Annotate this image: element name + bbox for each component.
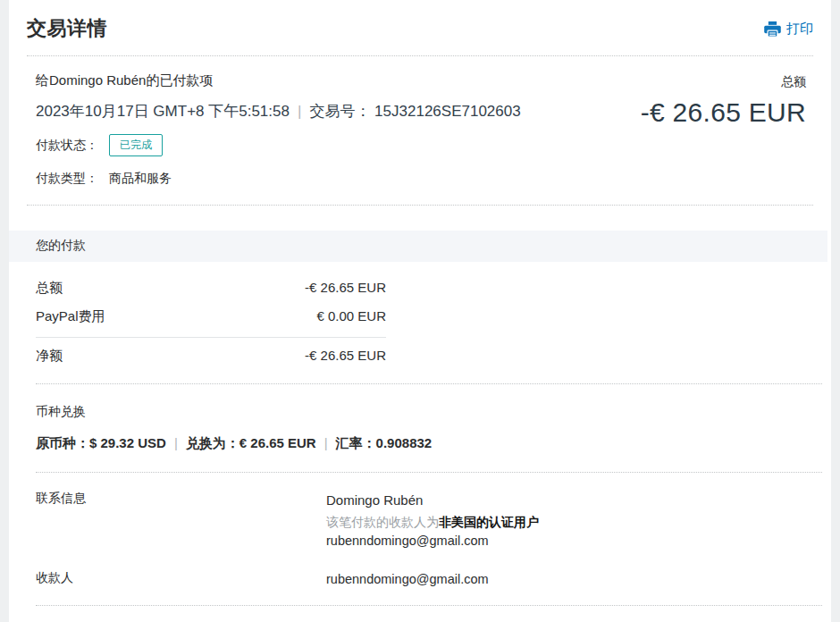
currency-conversion-title: 币种兑换 [36,404,813,420]
payee-section: 收款人 rubenndomingo@gmail.com [36,570,813,589]
row-value: -€ 26.65 EUR [305,280,386,297]
divider [36,383,822,384]
payment-to-text: 给Domingo Rubén的已付款项 [36,72,521,89]
payee-name: Domingo Rubén [326,491,813,509]
total-amount: -€ 26.65 EUR [641,97,806,128]
exchange-rate-value: 0.908832 [376,435,433,450]
page-header: 交易详情 打印 [27,0,813,56]
currency-conversion-section: 币种兑换 原币种：$ 29.32 USD|兑换为：€ 26.65 EUR|汇率：… [36,404,813,452]
verification-note: 该笔付款的收款人为非美国的认证用户 [326,513,813,532]
row-value: -€ 26.65 EUR [305,348,386,365]
printer-icon [764,21,781,37]
contact-info-content: Domingo Rubén 该笔付款的收款人为非美国的认证用户 rubenndo… [326,491,813,551]
row-label: 总额 [36,280,63,297]
transaction-id-label: 交易号： [309,103,370,120]
from-currency-value: $ 29.32 USD [89,435,166,450]
payee-label: 收款人 [36,570,326,589]
exchange-rate-label: 汇率： [336,435,376,450]
payment-type-label: 付款类型： [36,171,98,185]
contact-info-label: 联系信息 [36,491,326,551]
summary-amount-block: 总额 -€ 26.65 EUR [641,72,806,187]
payee-email: rubenndomingo@gmail.com [326,570,813,589]
your-payment-section-header: 您的付款 [9,231,827,262]
divider [36,472,822,473]
currency-conversion-detail: 原币种：$ 29.32 USD|兑换为：€ 26.65 EUR|汇率：0.908… [36,435,813,452]
separator-pipe: | [166,435,186,450]
transaction-date: 2023年10月17日 GMT+8 下午5:51:58 [36,103,290,120]
row-value: € 0.00 EUR [316,308,386,325]
status-badge: 已完成 [109,134,163,156]
contact-info-section: 联系信息 Domingo Rubén 该笔付款的收款人为非美国的认证用户 rub… [36,491,813,551]
to-currency-label: 兑换为： [186,435,239,450]
transaction-id-value: 15J32126SE7102603 [374,103,521,120]
total-label: 总额 [641,74,806,90]
divider [36,605,822,606]
payment-type-value: 商品和服务 [109,171,172,185]
payment-amount-table: 总额 -€ 26.65 EUR PayPal费用 € 0.00 EUR 净额 -… [36,274,386,371]
separator-pipe: | [316,435,336,450]
contact-email: rubenndomingo@gmail.com [326,532,813,551]
transaction-summary: 给Domingo Rubén的已付款项 2023年10月17日 GMT+8 下午… [27,56,813,206]
page-title: 交易详情 [27,15,107,42]
separator-pipe: | [290,103,309,120]
table-row-total: 总额 -€ 26.65 EUR [36,274,386,303]
table-row-fee: PayPal费用 € 0.00 EUR [36,303,386,332]
from-currency-label: 原币种： [36,435,89,450]
verification-note-bold: 非美国的认证用户 [439,515,539,529]
row-label: PayPal费用 [36,308,105,325]
date-and-txn-row: 2023年10月17日 GMT+8 下午5:51:58|交易号： 15J3212… [36,101,521,122]
print-label: 打印 [786,21,813,38]
summary-left: 给Domingo Rubén的已付款项 2023年10月17日 GMT+8 下午… [36,72,521,187]
to-currency-value: € 26.65 EUR [239,435,316,450]
payment-type-row: 付款类型： 商品和服务 [36,171,521,187]
payment-status-row: 付款状态： 已完成 [36,135,521,157]
transaction-details-card: 交易详情 打印 给Domingo Rubén的已付款项 2023年10月17日 … [9,0,831,622]
payment-status-label: 付款状态： [36,138,98,152]
table-row-net: 净额 -€ 26.65 EUR [36,337,386,371]
print-button[interactable]: 打印 [764,21,813,38]
row-label: 净额 [36,348,63,365]
verification-note-gray: 该笔付款的收款人为 [326,515,439,529]
